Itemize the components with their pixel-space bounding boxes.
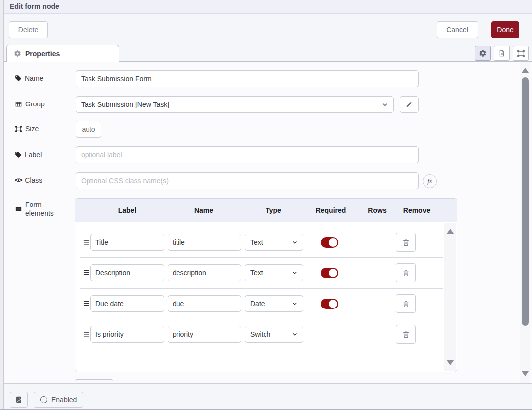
gear-icon bbox=[479, 49, 487, 57]
scrollbar-up-icon[interactable] bbox=[522, 68, 529, 73]
scroll-down-icon[interactable] bbox=[447, 360, 454, 365]
pencil-icon bbox=[406, 101, 413, 108]
chevron-down-icon bbox=[292, 331, 298, 337]
tab-properties[interactable]: Properties bbox=[6, 45, 119, 62]
circle-icon bbox=[40, 396, 47, 403]
element-name-input[interactable] bbox=[168, 295, 241, 312]
element-type-select[interactable]: Text bbox=[245, 234, 303, 251]
edit-form-node-dialog: Edit form node Delete Cancel Done Proper… bbox=[0, 0, 532, 410]
chevron-down-icon bbox=[292, 239, 298, 245]
list-icon bbox=[15, 205, 22, 213]
label-input[interactable] bbox=[76, 146, 419, 163]
form-element-row: ≡ Text bbox=[80, 227, 443, 258]
done-button[interactable]: Done bbox=[491, 21, 519, 38]
form-element-row: ≡ Date bbox=[80, 289, 443, 319]
properties-icon-button[interactable] bbox=[475, 46, 491, 61]
element-label-input[interactable] bbox=[90, 295, 164, 312]
resize-icon bbox=[15, 125, 22, 133]
scrollbar-thumb[interactable] bbox=[522, 77, 529, 326]
group-field-label: Group bbox=[15, 100, 74, 108]
remove-element-button[interactable] bbox=[396, 325, 416, 344]
chevron-down-icon bbox=[292, 270, 298, 276]
tab-properties-label: Properties bbox=[25, 50, 60, 58]
element-name-input[interactable] bbox=[168, 264, 241, 281]
required-toggle[interactable] bbox=[321, 268, 338, 278]
element-label-input[interactable] bbox=[90, 264, 164, 281]
size-button[interactable]: auto bbox=[76, 121, 101, 138]
remove-element-button[interactable] bbox=[396, 294, 416, 313]
form-element-row: ≡ Switch bbox=[80, 319, 443, 350]
chevron-down-icon bbox=[292, 301, 298, 307]
name-field-label: Name bbox=[15, 74, 74, 82]
form-element-row: ≡ Text bbox=[80, 258, 443, 289]
element-type-select[interactable]: Switch bbox=[245, 326, 303, 343]
trash-icon bbox=[402, 330, 410, 339]
cancel-button[interactable]: Cancel bbox=[437, 21, 478, 38]
class-input[interactable] bbox=[76, 172, 419, 189]
panel-scrollbar[interactable] bbox=[520, 62, 530, 383]
required-toggle[interactable] bbox=[321, 299, 338, 309]
enabled-toggle-button[interactable]: Enabled bbox=[34, 392, 83, 408]
fx-badge-icon[interactable]: fx bbox=[423, 174, 437, 188]
scroll-up-icon[interactable] bbox=[447, 229, 454, 234]
resize-icon-button[interactable] bbox=[513, 46, 529, 61]
element-type-select[interactable]: Date bbox=[245, 295, 303, 312]
column-header-required: Required bbox=[301, 199, 360, 222]
column-header-name: Name bbox=[172, 199, 236, 222]
form-elements-table: Label Name Type Required Rows Remove ≡ T… bbox=[75, 198, 457, 372]
dialog-footer: Enabled bbox=[4, 383, 532, 410]
chevron-down-icon bbox=[382, 102, 388, 108]
dialog-toolbar: Delete Cancel Done bbox=[4, 14, 532, 45]
element-type-select[interactable]: Text bbox=[245, 264, 303, 281]
tag-icon bbox=[15, 151, 22, 158]
document-icon bbox=[498, 49, 506, 57]
dialog-header: Edit form node bbox=[4, 0, 532, 14]
form-elements-label: Form elements bbox=[15, 200, 67, 218]
column-header-remove: Remove bbox=[392, 199, 442, 222]
name-input[interactable] bbox=[76, 70, 419, 87]
column-header-type: Type bbox=[241, 199, 306, 222]
element-name-input[interactable] bbox=[168, 234, 241, 251]
tag-icon bbox=[15, 75, 22, 82]
size-field-label: Size bbox=[15, 125, 74, 133]
remove-element-button[interactable] bbox=[396, 233, 416, 252]
scrollbar-down-icon[interactable] bbox=[522, 371, 529, 376]
table-header: Label Name Type Required Rows Remove bbox=[75, 199, 457, 222]
element-label-input[interactable] bbox=[90, 234, 164, 251]
trash-icon bbox=[402, 300, 410, 308]
element-label-input[interactable] bbox=[90, 326, 164, 343]
grid-icon bbox=[15, 101, 22, 108]
enabled-label: Enabled bbox=[51, 396, 77, 404]
dialog-title: Edit form node bbox=[10, 0, 59, 13]
workspace-edge bbox=[0, 0, 4, 410]
table-body: ≡ Text ≡ Text bbox=[75, 222, 457, 372]
book-icon bbox=[15, 396, 23, 404]
remove-element-button[interactable] bbox=[396, 263, 416, 282]
table-scrollbar[interactable] bbox=[444, 223, 456, 371]
node-help-button[interactable] bbox=[10, 392, 28, 408]
resize-icon bbox=[517, 49, 525, 58]
required-toggle[interactable] bbox=[321, 237, 338, 248]
tab-bar: Properties bbox=[4, 45, 532, 62]
properties-panel: Name Group Task Submission [New Task] bbox=[4, 62, 532, 383]
label-field-label: Label bbox=[15, 151, 74, 159]
trash-icon bbox=[402, 238, 410, 247]
group-select[interactable]: Task Submission [New Task] bbox=[76, 96, 394, 113]
element-name-input[interactable] bbox=[168, 326, 241, 343]
gear-icon bbox=[14, 50, 21, 57]
trash-icon bbox=[402, 269, 410, 277]
column-header-label: Label bbox=[95, 199, 160, 222]
description-icon-button[interactable] bbox=[494, 46, 510, 61]
delete-button[interactable]: Delete bbox=[9, 21, 48, 38]
class-field-label: </> Class bbox=[15, 176, 74, 184]
edit-group-button[interactable] bbox=[400, 96, 419, 113]
code-icon: </> bbox=[15, 177, 22, 184]
